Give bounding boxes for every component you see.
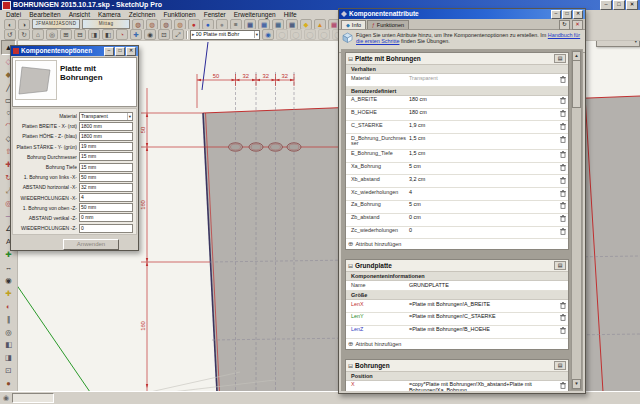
walk-tool-icon[interactable]: ∥ (2, 313, 15, 326)
sphere-red-icon[interactable]: ● (188, 19, 200, 30)
style-panel-icon-3[interactable]: ▦ (272, 19, 284, 30)
panel-header[interactable]: ⊟Platte mit Bohrungen▤ (346, 53, 568, 65)
undo-icon[interactable]: ↺ (4, 29, 16, 40)
panel-header[interactable]: ⊟Bohrungen▤ (346, 360, 568, 372)
orbit-shaded-icon[interactable]: ◐ (4, 19, 16, 30)
zoom-icon[interactable]: ◉ (144, 29, 156, 40)
delete-attribute-icon[interactable] (558, 228, 566, 237)
chevron-down-icon[interactable]: ▾ (254, 31, 258, 38)
chevron-down-icon[interactable]: ▾ (127, 113, 131, 120)
pan-icon[interactable]: ✚ (130, 29, 142, 40)
attribute-value[interactable]: 0 (409, 228, 556, 237)
material-select[interactable]: Transparent▾ (79, 112, 133, 121)
attribute-row[interactable]: MaterialTransparent (346, 74, 568, 87)
attribute-value[interactable]: Transparent (409, 76, 556, 85)
component-options-icon[interactable]: ◉ (262, 29, 274, 40)
cube-view-icon-3[interactable]: ⊡ (2, 364, 15, 377)
right-view-icon[interactable]: ◨ (88, 29, 100, 40)
value-input[interactable]: 0 mm (79, 213, 133, 222)
pan-tool-icon[interactable]: ✚ (2, 287, 15, 300)
value-input[interactable]: 50 mm (79, 203, 133, 212)
iso-view-icon[interactable]: ◎ (46, 29, 58, 40)
close-button[interactable]: ✕ (573, 10, 583, 19)
top-view-icon[interactable]: ⊞ (60, 29, 72, 40)
date-slider[interactable]: JFMAMJJASOND (32, 19, 80, 29)
delete-attribute-icon[interactable] (558, 164, 566, 173)
style-panel-icon-2[interactable]: ▦ (258, 19, 270, 30)
attributes-dialog-titlebar[interactable]: Komponentenattribute –□✕ (339, 9, 585, 19)
delete-attribute-icon[interactable] (558, 110, 566, 119)
menu-item-bearbeiten[interactable]: Bearbeiten (25, 10, 64, 19)
redo-icon[interactable]: ↻ (18, 29, 30, 40)
fog-icon[interactable]: ◍ (146, 19, 158, 30)
shadows-icon[interactable]: ● (2, 377, 15, 390)
attributes-scrollbar[interactable]: ▲ ▼ (571, 50, 582, 390)
zoom-tool-icon[interactable]: ◉ (2, 274, 15, 287)
style-panel-icon-4[interactable]: ▦ (286, 19, 298, 30)
attribute-value[interactable]: =Platte mit Bohrungen!C_STAERKE (409, 314, 556, 323)
minimize-button[interactable]: – (600, 0, 612, 10)
scroll-thumb[interactable] (572, 60, 581, 108)
maximize-button[interactable]: □ (613, 0, 625, 10)
orbit-icon[interactable]: ◔ (116, 29, 128, 40)
menu-item-erweiterungen[interactable]: Erweiterungen (230, 10, 280, 19)
value-input[interactable]: 15 mm (79, 152, 133, 161)
value-input[interactable]: 15 mm (79, 163, 133, 172)
shadow-settings-icon[interactable]: ◍ (132, 19, 144, 30)
attribute-row[interactable]: LenX=Platte mit Bohrungen!A_BREITE (346, 300, 568, 313)
attribute-value[interactable]: 4 (409, 190, 556, 199)
dimension-tool-icon[interactable]: ↔ (2, 261, 15, 274)
orbit-tool-icon[interactable]: ◐ (2, 300, 15, 313)
delete-attribute-icon[interactable] (558, 136, 566, 148)
attribute-value[interactable]: =Platte mit Bohrungen!B_HOEHE (409, 327, 556, 336)
attribute-row[interactable]: C_STAERKE1,9 cm (346, 121, 568, 134)
zoom-extents-icon[interactable]: ⤢ (172, 29, 184, 40)
attribute-value[interactable]: 3,2 cm (409, 177, 556, 186)
menu-item-funktionen[interactable]: Funktionen (159, 10, 199, 19)
disabled-tool-icon-3[interactable]: ◯ (304, 29, 316, 40)
attribute-row[interactable]: E_Bohrung_Tiefe1,5 cm (346, 150, 568, 163)
delete-attribute-icon[interactable] (558, 151, 566, 160)
collapse-icon[interactable]: ⊟ (348, 362, 353, 369)
cube-view-icon-1[interactable]: ◧ (2, 338, 15, 351)
attribute-row[interactable]: Xa_Bohrung5 cm (346, 163, 568, 176)
panel-detach-button[interactable]: ▤ (554, 261, 566, 270)
time-slider[interactable]: Mittag (82, 19, 130, 29)
attribute-value[interactable]: 5 cm (409, 202, 556, 211)
add-attribute-button[interactable]: ⊕Attribut hinzufügen (346, 239, 568, 249)
collapse-icon[interactable]: ⊟ (348, 55, 353, 62)
attribute-value[interactable]: 1,5 cm (409, 136, 556, 148)
value-input[interactable]: 1800 mm (79, 132, 133, 141)
camera-tool-icon[interactable]: ◎ (2, 326, 15, 339)
menu-item-fenster[interactable]: Fenster (200, 10, 230, 19)
attribute-row[interactable]: Zc_wiederholungen0 (346, 227, 568, 240)
minimize-button[interactable]: – (104, 47, 114, 56)
home-view-icon[interactable]: ⌂ (32, 29, 44, 40)
attribute-row[interactable]: B_HOEHE180 cm (346, 109, 568, 122)
tab-info[interactable]: ◆Info (341, 20, 366, 29)
measurement-box[interactable] (12, 393, 54, 403)
delete-attribute-icon[interactable] (558, 202, 566, 211)
attribute-row[interactable]: Zb_abstand0 cm (346, 214, 568, 227)
soften-edges-icon[interactable]: ◍ (160, 19, 172, 30)
attribute-value[interactable]: 0 cm (409, 215, 556, 224)
attribute-value[interactable]: GRUNDPLATTE (409, 283, 566, 289)
sphere-gray-icon[interactable]: ● (216, 19, 228, 30)
attribute-value[interactable]: =Platte mit Bohrungen!A_BREITE (409, 302, 556, 311)
apply-button[interactable]: Anwenden (63, 239, 119, 250)
close-button[interactable]: ✕ (626, 0, 638, 10)
value-input[interactable]: 50 mm (79, 173, 133, 182)
menu-item-zeichnen[interactable]: Zeichnen (125, 10, 160, 19)
attribute-row[interactable]: X=copy*Platte mit Bohrungen!Xb_abstand+P… (346, 381, 568, 391)
collapse-icon[interactable]: ⊟ (348, 262, 353, 269)
delete-attribute-icon[interactable] (558, 382, 566, 391)
attribute-row[interactable]: Xc_wiederholungen4 (346, 188, 568, 201)
value-input[interactable]: 1800 mm (79, 122, 133, 131)
cube-view-icon-2[interactable]: ◨ (2, 351, 15, 364)
front-view-icon[interactable]: ⊟ (74, 29, 86, 40)
menu-item-kamera[interactable]: Kamera (94, 10, 125, 19)
attribute-value[interactable]: 180 cm (409, 110, 556, 119)
delete-attribute-icon[interactable] (558, 97, 566, 106)
menu-item-hilfe[interactable]: Hilfe (280, 10, 301, 19)
sphere-blue-icon[interactable]: ● (202, 19, 214, 30)
